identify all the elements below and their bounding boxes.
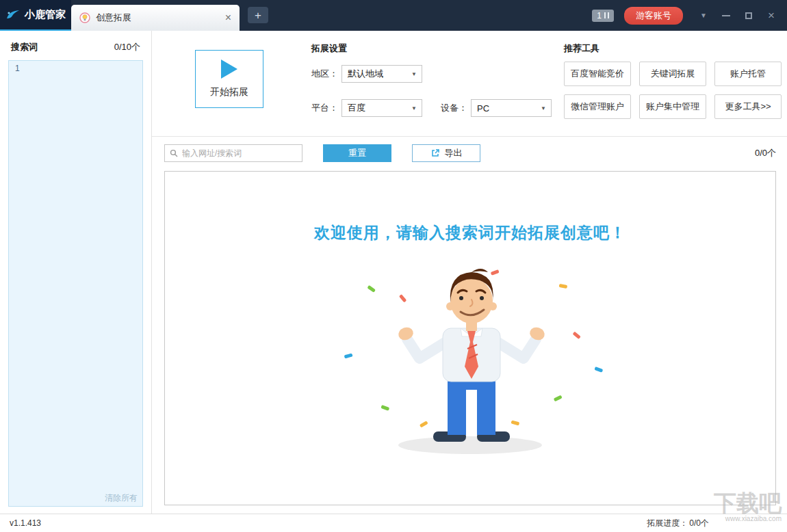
tool-centralized-account-management[interactable]: 账户集中管理: [639, 94, 706, 119]
progress-value: 0/0个: [689, 518, 709, 529]
search-words-counter: 0/10个: [114, 41, 140, 53]
titlebar: 小鹿管家 创意拓展 × + 1 游客账号 ▼: [0, 0, 787, 31]
reset-button[interactable]: 重置: [323, 144, 391, 162]
start-expansion-label: 开始拓展: [210, 86, 248, 98]
chevron-down-icon: ▼: [407, 71, 422, 77]
platform-select[interactable]: 百度 ▼: [341, 99, 422, 117]
tool-more-tools[interactable]: 更多工具>>: [714, 94, 782, 119]
app-name: 小鹿管家: [25, 8, 66, 21]
export-label: 导出: [445, 147, 463, 159]
play-icon: [221, 59, 237, 79]
minimize-bar: [722, 15, 730, 16]
search-input[interactable]: [182, 148, 297, 158]
sidebar: 搜索词 0/10个 1 清除所有: [0, 31, 152, 514]
app-logo: 小鹿管家: [0, 0, 71, 31]
expansion-settings-title: 拓展设置: [311, 42, 552, 55]
tab-close-icon[interactable]: ×: [225, 12, 231, 23]
platform-label: 平台：: [311, 102, 341, 114]
plus-icon: +: [255, 10, 261, 21]
content-column: 开始拓展 拓展设置 地区： 默认地域 ▼ 平台： 百度: [152, 31, 787, 514]
minimize-to-tray-icon[interactable]: ▼: [699, 11, 708, 21]
region-row: 地区： 默认地域 ▼: [311, 65, 552, 83]
version-label: v1.1.413: [10, 518, 41, 528]
progress-status: 拓展进度： 0/0个: [647, 518, 777, 529]
export-button[interactable]: 导出: [412, 144, 480, 162]
app-window: 小鹿管家 创意拓展 × + 1 游客账号 ▼: [0, 0, 787, 532]
search-row: 重置 导出 0/0个: [152, 137, 787, 170]
main-area: 搜索词 0/10个 1 清除所有 开始拓展 拓展设置 地区：: [0, 31, 787, 514]
tool-account-hosting[interactable]: 账户托管: [714, 62, 782, 86]
progress-label: 拓展进度：: [647, 518, 688, 529]
export-icon: [430, 148, 440, 158]
search-box[interactable]: [164, 144, 302, 162]
guest-account-button[interactable]: 游客账号: [624, 7, 683, 25]
close-icon[interactable]: ×: [766, 11, 776, 21]
region-label: 地区：: [311, 68, 341, 80]
tool-keyword-expansion[interactable]: 关键词拓展: [639, 62, 706, 86]
platform-select-value: 百度: [348, 102, 365, 114]
maximize-box: [745, 12, 752, 19]
device-label: 设备：: [441, 102, 471, 114]
search-icon: [170, 149, 178, 157]
tool-baidu-smart-bidding[interactable]: 百度智能竞价: [564, 62, 631, 86]
titlebar-right: 1 游客账号 ▼ ×: [592, 0, 787, 31]
platform-device-row: 平台： 百度 ▼ 设备： PC ▼: [311, 99, 552, 117]
device-select-value: PC: [477, 103, 489, 114]
statusbar: v1.1.413 拓展进度： 0/0个: [0, 514, 787, 532]
region-select[interactable]: 默认地域 ▼: [341, 65, 422, 83]
chevron-down-icon: ▼: [536, 105, 551, 111]
new-tab-button[interactable]: +: [248, 7, 268, 23]
recommended-tools-grid: 百度智能竞价 关键词拓展 账户托管 微信管理账户 账户集中管理 更多工具>>: [564, 62, 782, 119]
clear-all-link[interactable]: 清除所有: [105, 492, 138, 504]
notification-count: 1: [597, 11, 602, 21]
lightbulb-icon: [79, 12, 90, 23]
guest-account-label: 游客账号: [636, 10, 671, 21]
toolbar: 开始拓展 拓展设置 地区： 默认地域 ▼ 平台： 百度: [152, 31, 787, 137]
sidebar-header: 搜索词 0/10个: [0, 31, 151, 60]
welcome-message: 欢迎使用，请输入搜索词开始拓展创意吧！: [314, 222, 626, 243]
line-number: 1: [9, 61, 142, 73]
illustration-shrugging-man: [285, 252, 655, 457]
signal-bars-icon: [604, 12, 609, 18]
start-expansion-button[interactable]: 开始拓展: [195, 50, 263, 108]
result-panel: 欢迎使用，请输入搜索词开始拓展创意吧！: [164, 171, 776, 505]
region-select-value: 默认地域: [348, 68, 383, 80]
window-controls: ▼ ×: [699, 11, 776, 21]
recommended-tools-title: 推荐工具: [564, 42, 782, 55]
chevron-down-icon: ▼: [407, 105, 422, 111]
minimize-icon[interactable]: [721, 11, 731, 21]
app-logo-icon: [5, 9, 21, 21]
maximize-icon[interactable]: [744, 11, 753, 21]
search-words-title: 搜索词: [11, 41, 38, 53]
recommended-tools: 推荐工具 百度智能竞价 关键词拓展 账户托管 微信管理账户 账户集中管理 更多工…: [564, 40, 782, 136]
tab-label: 创意拓展: [96, 12, 131, 24]
tab-creative-expansion[interactable]: 创意拓展 ×: [71, 5, 240, 31]
expansion-settings: 拓展设置 地区： 默认地域 ▼ 平台： 百度 ▼: [311, 40, 552, 136]
tool-wechat-account-management[interactable]: 微信管理账户: [564, 94, 631, 119]
device-select[interactable]: PC ▼: [471, 99, 552, 117]
notification-badge[interactable]: 1: [592, 10, 614, 22]
result-counter: 0/0个: [755, 147, 776, 159]
keyword-input-area[interactable]: 1 清除所有: [8, 60, 143, 507]
